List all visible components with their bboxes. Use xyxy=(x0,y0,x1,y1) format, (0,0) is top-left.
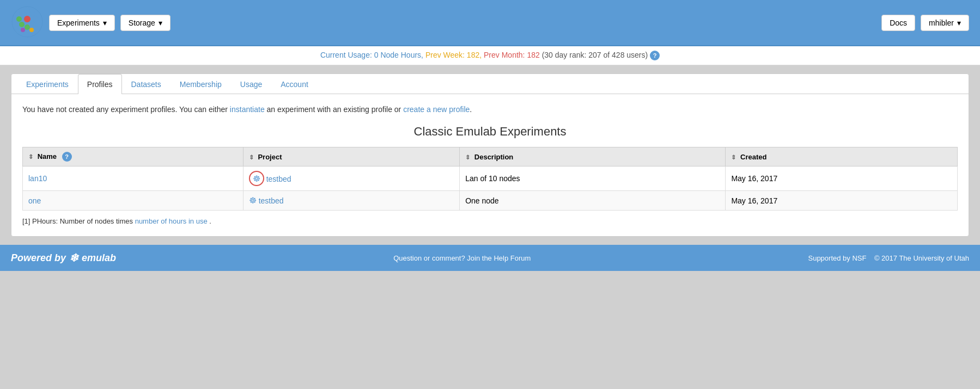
col-header-project: ⇕ Project xyxy=(243,147,459,166)
emulab-name: emulab xyxy=(82,252,116,264)
prev-month-text: Prev Month: 182 xyxy=(484,51,540,59)
row1-created-cell: May 16, 2017 xyxy=(726,166,958,191)
info-before: You have not created any experiment prof… xyxy=(22,105,228,114)
info-paragraph: You have not created any experiment prof… xyxy=(22,105,958,114)
col-header-created: ⇕ Created xyxy=(726,147,958,166)
row2-created-cell: May 16, 2017 xyxy=(726,191,958,211)
sort-name-icon[interactable]: ⇕ xyxy=(28,153,33,160)
user-btn[interactable]: mhibler ▾ xyxy=(921,15,969,31)
svg-point-6 xyxy=(16,16,22,22)
footer-right: Supported by NSF © 2017 The University o… xyxy=(808,254,969,262)
user-dropdown-icon: ▾ xyxy=(957,18,961,27)
footer-powered-by: Powered by xyxy=(11,252,66,264)
user-label: mhibler xyxy=(929,18,954,27)
prev-week-text: Prev Week: 182, xyxy=(425,51,482,59)
docs-btn[interactable]: Docs xyxy=(881,15,915,31)
section-title: Classic Emulab Experiments xyxy=(22,125,958,139)
tab-membership[interactable]: Membership xyxy=(171,74,231,94)
row1-name-link[interactable]: lan10 xyxy=(28,174,47,183)
svg-point-9 xyxy=(24,16,31,22)
tab-usage[interactable]: Usage xyxy=(231,74,271,94)
usage-bar: Current Usage: 0 Node Hours, Prev Week: … xyxy=(0,46,980,65)
row1-project-link[interactable]: testbed xyxy=(266,175,291,183)
tab-account[interactable]: Account xyxy=(271,74,318,94)
sort-created-icon[interactable]: ⇕ xyxy=(731,154,736,160)
experiments-nav-btn[interactable]: Experiments ▾ xyxy=(49,15,115,31)
tab-experiments[interactable]: Experiments xyxy=(17,74,78,94)
create-profile-link[interactable]: create a new profile xyxy=(403,105,470,114)
row1-name-cell: lan10 xyxy=(23,166,244,191)
footnote: [1] PHours: Number of nodes times number… xyxy=(22,217,958,225)
tabs-container: Experiments Profiles Datasets Membership… xyxy=(11,74,969,94)
svg-point-10 xyxy=(29,28,34,32)
tab-datasets[interactable]: Datasets xyxy=(122,74,171,94)
svg-point-8 xyxy=(25,24,30,30)
row2-person-icon: ☸ xyxy=(249,195,257,206)
page-wrapper: Experiments ▾ Storage ▾ Docs mhibler ▾ C… xyxy=(0,0,980,389)
footer: Powered by ❄ emulab Question or comment?… xyxy=(0,245,980,271)
current-usage-label: Current Usage: 0 Node Hours, Prev Week: … xyxy=(320,51,660,59)
sort-project-icon[interactable]: ⇕ xyxy=(249,154,254,160)
storage-dropdown-icon: ▾ xyxy=(159,18,162,27)
row2-icon-cell: ☸ testbed xyxy=(243,191,459,211)
row1-description-cell: Lan of 10 nodes xyxy=(460,166,726,191)
main-content: Experiments Profiles Datasets Membership… xyxy=(11,73,969,237)
logo[interactable] xyxy=(11,5,44,40)
svg-point-2 xyxy=(25,8,30,14)
row1-icon-cell: ☸ testbed xyxy=(243,166,459,191)
col-header-description: ⇕ Description xyxy=(460,147,726,166)
table-row: lan10 ☸ testbed Lan of 10 nodes xyxy=(23,166,958,191)
docs-label: Docs xyxy=(890,18,907,27)
row2-description-cell: One node xyxy=(460,191,726,211)
svg-point-1 xyxy=(19,11,25,16)
tab-profiles[interactable]: Profiles xyxy=(78,74,122,94)
nav-left: Experiments ▾ Storage ▾ xyxy=(11,5,171,40)
instantiate-link[interactable]: instantiate xyxy=(230,105,265,114)
sort-description-icon[interactable]: ⇕ xyxy=(465,154,470,160)
row2-project-link[interactable]: testbed xyxy=(259,196,284,205)
content-area: You have not created any experiment prof… xyxy=(11,94,969,236)
svg-point-3 xyxy=(30,11,35,16)
svg-point-5 xyxy=(30,22,35,27)
row1-person-circle-icon[interactable]: ☸ xyxy=(249,171,264,186)
help-forum-link[interactable]: Question or comment? Join the Help Forum xyxy=(393,254,531,262)
row2-name-link[interactable]: one xyxy=(28,196,41,205)
svg-point-7 xyxy=(19,22,25,27)
svg-point-11 xyxy=(21,28,25,32)
usage-help-icon[interactable]: ? xyxy=(650,51,660,60)
table-header-row: ⇕ Name ? ⇕ Project ⇕ Description xyxy=(23,147,958,166)
experiments-nav-label: Experiments xyxy=(57,18,100,27)
storage-nav-btn[interactable]: Storage ▾ xyxy=(120,15,171,31)
experiments-table: ⇕ Name ? ⇕ Project ⇕ Description xyxy=(22,147,958,211)
footer-logo: Powered by ❄ emulab xyxy=(11,251,116,264)
top-nav: Experiments ▾ Storage ▾ Docs mhibler ▾ xyxy=(0,0,980,46)
emulab-snowflake-icon: ❄ xyxy=(69,251,78,264)
col-header-name: ⇕ Name ? xyxy=(23,147,244,166)
footer-center: Question or comment? Join the Help Forum xyxy=(393,254,531,262)
footnote-link[interactable]: number of hours in use xyxy=(135,217,210,225)
row2-name-cell: one xyxy=(23,191,244,211)
name-help-icon[interactable]: ? xyxy=(62,152,72,162)
table-row: one ☸ testbed One node May 16, xyxy=(23,191,958,211)
storage-nav-label: Storage xyxy=(129,18,155,27)
footer-supported: Supported by NSF xyxy=(808,254,866,262)
footer-copyright: © 2017 The University of Utah xyxy=(874,254,969,262)
svg-point-4 xyxy=(33,16,38,22)
current-usage-text: Current Usage: 0 Node Hours, xyxy=(320,51,423,59)
nav-right: Docs mhibler ▾ xyxy=(881,15,969,31)
rank-text: (30 day rank: 207 of 428 users) xyxy=(542,51,648,59)
experiments-dropdown-icon: ▾ xyxy=(103,18,107,27)
